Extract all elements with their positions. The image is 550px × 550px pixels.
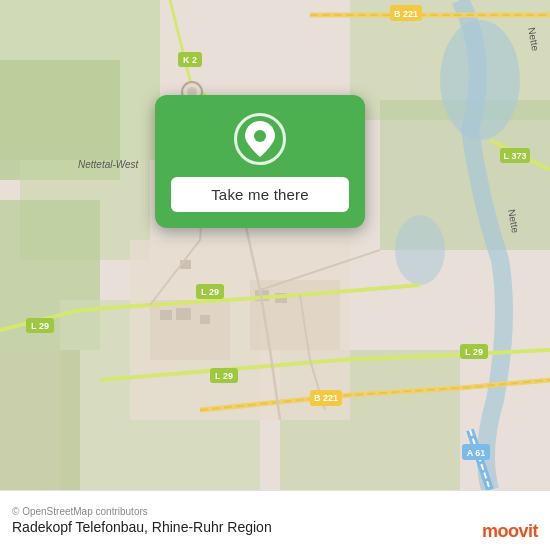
location-pin-icon xyxy=(245,121,275,157)
moovit-logo: moovit xyxy=(482,521,538,542)
bottom-bar: © OpenStreetMap contributors Radekopf Te… xyxy=(0,490,550,550)
svg-text:L 29: L 29 xyxy=(465,347,483,357)
svg-rect-17 xyxy=(200,315,210,324)
svg-text:Nettetal-West: Nettetal-West xyxy=(78,159,140,170)
svg-rect-16 xyxy=(176,308,191,320)
svg-text:B 221: B 221 xyxy=(314,393,338,403)
svg-text:L 29: L 29 xyxy=(31,321,49,331)
svg-text:B 221: B 221 xyxy=(394,9,418,19)
popup-card: Take me there xyxy=(155,95,365,228)
location-title: Radekopf Telefonbau, Rhine-Ruhr Region xyxy=(12,519,538,535)
svg-rect-15 xyxy=(160,310,172,320)
svg-rect-9 xyxy=(0,350,80,490)
map-svg: B 221 L 373 K 2 L 29 L 29 L 29 L 29 B 22… xyxy=(0,0,550,490)
take-me-there-button[interactable]: Take me there xyxy=(171,177,349,212)
svg-text:K 2: K 2 xyxy=(183,55,197,65)
location-icon-wrapper xyxy=(234,113,286,165)
svg-text:A 61: A 61 xyxy=(467,448,486,458)
svg-text:L 29: L 29 xyxy=(215,371,233,381)
svg-point-11 xyxy=(395,215,445,285)
svg-text:L 29: L 29 xyxy=(201,287,219,297)
map-container: B 221 L 373 K 2 L 29 L 29 L 29 L 29 B 22… xyxy=(0,0,550,490)
svg-point-44 xyxy=(254,130,266,142)
svg-text:L 373: L 373 xyxy=(504,151,527,161)
copyright-text: © OpenStreetMap contributors xyxy=(12,506,538,517)
